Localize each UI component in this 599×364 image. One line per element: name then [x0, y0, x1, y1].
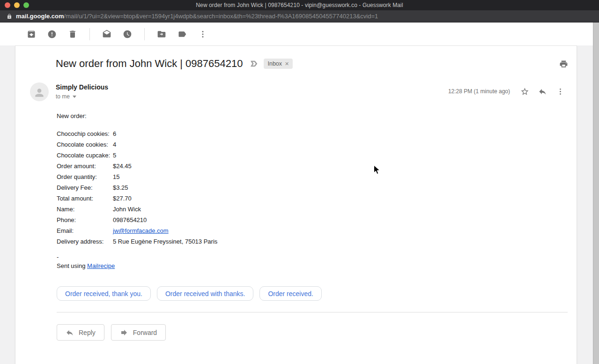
order-field-row: Order amount: $24.45 — [57, 161, 577, 171]
reply-button-icon[interactable] — [533, 86, 551, 97]
mailrecipe-link[interactable]: Mailrecipe — [87, 262, 115, 269]
timestamp: 12:28 PM (1 minute ago) — [448, 88, 510, 95]
snooze-button[interactable] — [117, 27, 138, 42]
field-label: Total amount: — [57, 193, 113, 204]
field-label: Email: — [57, 225, 113, 236]
more-vert-icon — [556, 87, 565, 96]
star-button[interactable] — [516, 86, 533, 97]
print-icon[interactable] — [559, 59, 568, 68]
divider — [57, 312, 568, 312]
url-path: /mail/u/1/?ui=2&view=btop&ver=1594yr1j4w… — [64, 13, 378, 20]
reply-arrow-icon — [66, 328, 74, 337]
inbox-label-text: Inbox — [267, 60, 282, 67]
more-options-button[interactable] — [192, 27, 213, 42]
message-card: New order from John Wick | 0987654210 In… — [15, 45, 577, 364]
scrollbar[interactable] — [593, 22, 599, 364]
label-icon — [177, 30, 187, 39]
field-value: jw@formfacade.com — [113, 225, 169, 236]
forward-label: Forward — [133, 329, 157, 336]
field-value: 5 Rue Eugène Freyssinet, 75013 Paris — [113, 236, 217, 247]
field-value: John Wick — [113, 204, 141, 215]
delete-button[interactable] — [62, 27, 83, 42]
reply-label: Reply — [79, 329, 96, 336]
body-intro: New order: — [57, 111, 577, 121]
order-field-row: Name: John Wick — [57, 204, 577, 215]
field-value: $3.25 — [113, 182, 128, 193]
field-value: 15 — [113, 171, 119, 182]
sender-name: Simply Delicious — [56, 83, 108, 91]
message-more-button[interactable] — [551, 86, 569, 97]
smart-reply-chip-2[interactable]: Order received with thanks. — [157, 286, 253, 301]
order-field-row: Chocolate cookies: 4 — [57, 139, 577, 150]
sender-row: Simply Delicious to me 12:28 PM (1 minut… — [15, 70, 577, 101]
browser-url-bar[interactable]: mail.google.com/mail/u/1/?ui=2&view=btop… — [0, 10, 599, 22]
avatar — [30, 82, 49, 101]
gmail-message-window: New order from John Wick | 0987654210 In… — [0, 22, 599, 364]
move-to-button[interactable] — [151, 27, 172, 42]
sender-block: Simply Delicious to me — [56, 82, 108, 100]
window-close-button[interactable] — [5, 2, 10, 8]
field-value: 5 — [113, 150, 116, 161]
window-zoom-button[interactable] — [23, 2, 29, 8]
recipient-label: to me — [56, 93, 70, 100]
sent-using-line: Sent using Mailrecipe — [57, 261, 577, 270]
order-field-row: Total amount: $27.70 — [57, 193, 577, 204]
trash-icon — [68, 30, 77, 39]
clock-icon — [123, 30, 132, 39]
archive-icon — [27, 30, 36, 39]
field-label: Delivery address: — [57, 236, 113, 247]
order-field-row: Delivery address: 5 Rue Eugène Freyssine… — [57, 236, 577, 247]
url-text: mail.google.com/mail/u/1/?ui=2&view=btop… — [16, 13, 378, 20]
window-title: New order from John Wick | 0987654210 - … — [196, 2, 403, 8]
order-field-row: Order quantity: 15 — [57, 171, 577, 182]
report-spam-button[interactable] — [42, 27, 62, 42]
message-meta: 12:28 PM (1 minute ago) — [448, 82, 569, 97]
email-address-link[interactable]: jw@formfacade.com — [113, 227, 169, 234]
message-toolbar — [0, 22, 599, 45]
field-label: Delivery Fee: — [57, 182, 113, 193]
field-label: Phone: — [57, 215, 113, 225]
order-field-row: Phone: 0987654210 — [57, 215, 577, 225]
remove-label-icon[interactable]: ✕ — [285, 61, 289, 67]
subject-row: New order from John Wick | 0987654210 In… — [15, 46, 577, 70]
labels-button[interactable] — [172, 27, 192, 42]
envelope-icon — [102, 30, 111, 39]
forward-button[interactable]: Forward — [111, 324, 166, 341]
order-field-row: Chocolate cupcake: 5 — [57, 150, 577, 161]
email-body: New order: Chocochip cookies: 6 Chocolat… — [15, 111, 577, 270]
field-label: Order quantity: — [57, 171, 113, 182]
bottom-actions: Reply Forward — [15, 324, 577, 341]
traffic-lights — [5, 2, 29, 8]
archive-button[interactable] — [21, 27, 42, 42]
more-vert-icon — [198, 30, 207, 39]
url-host: mail.google.com — [16, 13, 64, 20]
field-value: 0987654210 — [113, 215, 147, 225]
sent-using-prefix: Sent using — [57, 262, 87, 269]
field-value: $27.70 — [113, 193, 132, 204]
order-field-row: Email: jw@formfacade.com — [57, 225, 577, 236]
smart-reply-chip-3[interactable]: Order received. — [259, 286, 321, 301]
mark-unread-button[interactable] — [96, 27, 117, 42]
inbox-label-chip[interactable]: Inbox ✕ — [264, 59, 293, 69]
reply-button[interactable]: Reply — [57, 324, 104, 341]
window-minimize-button[interactable] — [14, 2, 20, 8]
toolbar-divider — [144, 28, 145, 40]
toolbar-divider — [89, 28, 90, 40]
field-label: Chocolate cookies: — [57, 139, 113, 150]
field-value: 4 — [113, 139, 116, 150]
order-field-row: Delivery Fee: $3.25 — [57, 182, 577, 193]
field-label: Chocochip cookies: — [57, 128, 113, 139]
field-label: Name: — [57, 204, 113, 215]
forward-arrow-icon — [120, 328, 128, 337]
report-spam-icon — [47, 30, 57, 39]
folder-move-icon — [157, 30, 166, 39]
order-fields: Chocochip cookies: 6 Chocolate cookies: … — [57, 128, 577, 247]
recipient-dropdown[interactable]: to me — [56, 93, 108, 100]
label-important-icon[interactable] — [249, 59, 258, 68]
smart-reply-chip-1[interactable]: Order received, thank you. — [57, 286, 151, 301]
email-subject: New order from John Wick | 0987654210 — [56, 57, 243, 70]
field-label: Order amount: — [57, 161, 113, 171]
field-value: $24.45 — [113, 161, 132, 171]
signature-dash: - — [57, 253, 577, 261]
smart-reply-bar: Order received, thank you.Order received… — [15, 286, 577, 301]
